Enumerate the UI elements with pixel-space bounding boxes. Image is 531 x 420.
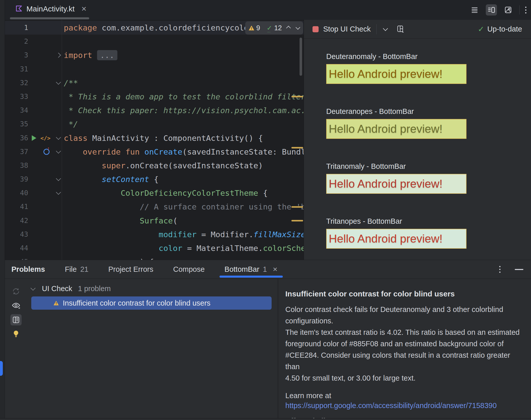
code-line: 40 ColorDeficiencyColorTestTheme { (5, 186, 304, 200)
hide-panel-icon[interactable] (515, 269, 523, 270)
line-number: 41 (5, 200, 28, 214)
code-line: 2 (5, 35, 304, 48)
code-line: 32/** (5, 76, 304, 90)
editor-tab-bar: MainActivity.kt ✕ (5, 0, 531, 20)
fold-open-icon[interactable] (56, 176, 61, 181)
code-text: * This is a demo app to test the colorbl… (64, 90, 304, 103)
editor-list-view-icon[interactable] (469, 4, 480, 16)
colorblind-preview: Deuteranomaly - BottomBarHello Android p… (326, 52, 466, 84)
code-text: */ (64, 117, 304, 131)
lightbulb-icon[interactable] (10, 328, 22, 339)
inspection-widget[interactable]: ! 9 ✓﹏ 12 (245, 21, 303, 35)
stop-icon[interactable] (313, 26, 319, 32)
code-line: 41 // A surface container using the 'bac… (5, 200, 304, 214)
tab-project-errors[interactable]: Project Errors (108, 260, 153, 279)
preview-render[interactable]: Hello Android preview! (326, 64, 466, 84)
preview-visibility-icon[interactable] (10, 300, 22, 311)
code-line: 34 * Check this paper: https://vision.ps… (5, 103, 304, 117)
passed-count[interactable]: 12 (274, 24, 282, 32)
tab-close-icon[interactable]: ✕ (81, 5, 87, 13)
fold-open-icon[interactable] (56, 135, 61, 140)
code-text: super.onCreate(savedInstanceState) (64, 159, 304, 172)
code-line: 36</>class MainActivity : ComponentActiv… (5, 131, 304, 145)
learn-more-link[interactable]: https://support.google.com/accessibility… (285, 401, 531, 410)
active-tool-window-indicator[interactable] (0, 361, 3, 376)
fold-open-icon[interactable] (56, 190, 61, 195)
tab-mainactivity[interactable]: MainActivity.kt ✕ (10, 0, 87, 18)
folded-region[interactable]: ... (97, 50, 117, 60)
code-text: * Check this paper: https://vision.psych… (64, 103, 304, 117)
warning-icon: ! (54, 301, 59, 305)
check-icon: ✓ (478, 25, 484, 34)
layout-mode-icon[interactable] (396, 25, 404, 34)
problems-tool-window: ProblemsFile21Project ErrorsComposeBotto… (5, 260, 531, 418)
editor-scrollbar-thumb[interactable] (300, 38, 302, 76)
preview-label: Deuteranomaly - BottomBar (326, 52, 466, 61)
fold-open-icon[interactable] (56, 80, 61, 85)
tab-compose[interactable]: Compose (173, 260, 205, 279)
code-line: 45 ) { (5, 255, 304, 260)
more-options-icon[interactable] (525, 7, 526, 13)
ui-check-toolbar: Stop UI Check ✓ Up-to-date (304, 20, 531, 39)
problem-row[interactable]: ! Insufficient color contrast for color … (31, 296, 272, 310)
warning-stripe (291, 96, 303, 97)
fold-closed-icon[interactable] (56, 53, 61, 58)
warning-count[interactable]: 9 (256, 24, 260, 32)
preview-image-icon[interactable] (503, 4, 514, 16)
code-line: 31 (5, 62, 304, 76)
ui-check-group-label[interactable]: UI Check (42, 284, 72, 293)
fold-open-icon[interactable] (56, 148, 61, 154)
line-number: 40 (5, 186, 28, 200)
collapse-group-icon[interactable] (30, 286, 36, 291)
panel-options-icon[interactable] (499, 266, 501, 273)
code-text: color = MaterialTheme.colorScheme.backgr… (64, 241, 304, 255)
prev-problem-icon[interactable] (286, 26, 291, 30)
line-number: 38 (5, 159, 28, 172)
preview-render[interactable]: Hello Android preview! (326, 229, 466, 249)
tab-bottombar[interactable]: BottomBar1✕ (225, 260, 278, 279)
run-icon[interactable] (32, 135, 36, 141)
code-line: 35 */ (5, 117, 304, 131)
line-number: 31 (5, 62, 28, 76)
line-number: 35 (5, 117, 28, 131)
code-line: 43 modifier = Modifier.fillMaxSize(), (5, 228, 304, 241)
warning-stripe (291, 206, 303, 208)
code-text: class MainActivity : ComponentActivity()… (64, 131, 304, 145)
line-number: 44 (5, 241, 28, 255)
colorblind-preview: Deuteranopes - BottomBarHello Android pr… (326, 107, 466, 139)
editor-split-preview-icon[interactable] (486, 4, 497, 16)
problems-tab-bar: ProblemsFile21Project ErrorsComposeBotto… (5, 260, 531, 279)
chevron-down-icon[interactable] (383, 26, 388, 31)
reader-mode-icon[interactable] (10, 314, 22, 325)
line-number: 2 (5, 35, 28, 48)
tab-close-icon[interactable]: ✕ (273, 266, 278, 273)
compose-preview-icon[interactable]: </> (40, 135, 51, 141)
line-number: 32 (5, 76, 28, 90)
tool-window-title[interactable]: Problems (11, 260, 45, 279)
learn-more-label: Learn more at (285, 392, 531, 400)
problem-title: Insufficient color contrast for color bl… (285, 290, 531, 298)
status-bar-edge (0, 418, 531, 420)
problem-details-pane: Insufficient color contrast for color bl… (278, 279, 531, 418)
override-method-icon[interactable]: ↑ (43, 149, 50, 155)
preview-render[interactable]: Hello Android preview! (326, 174, 466, 194)
ui-check-panel: Stop UI Check ✓ Up-to-date Deuteranomaly… (304, 20, 531, 260)
line-number: 33 (5, 90, 28, 103)
code-line: 37↑ override fun onCreate(savedInstanceS… (5, 145, 304, 159)
code-text (64, 62, 304, 76)
next-problem-icon[interactable] (295, 25, 300, 29)
code-text: setContent { (64, 172, 304, 186)
preview-label: Tritanomaly - BottomBar (326, 162, 466, 171)
refresh-icon[interactable] (10, 286, 22, 297)
android-studio-window: MainActivity.kt ✕ 1package com.example.c… (0, 0, 531, 420)
line-number: 1 (5, 21, 28, 35)
tool-window-stripe (0, 0, 5, 420)
tab-file[interactable]: File21 (65, 260, 88, 279)
preview-render[interactable]: Hello Android preview! (326, 119, 466, 139)
warning-stripe (291, 147, 303, 148)
up-to-date-status: ✓ Up-to-date (478, 25, 522, 34)
code-editor[interactable]: 1package com.example.colordeficiencycolo… (5, 20, 304, 260)
preview-label: Tritanopes - BottomBar (326, 217, 466, 226)
code-line: 3import ... (5, 48, 304, 62)
stop-ui-check-button[interactable]: Stop UI Check (323, 25, 371, 33)
